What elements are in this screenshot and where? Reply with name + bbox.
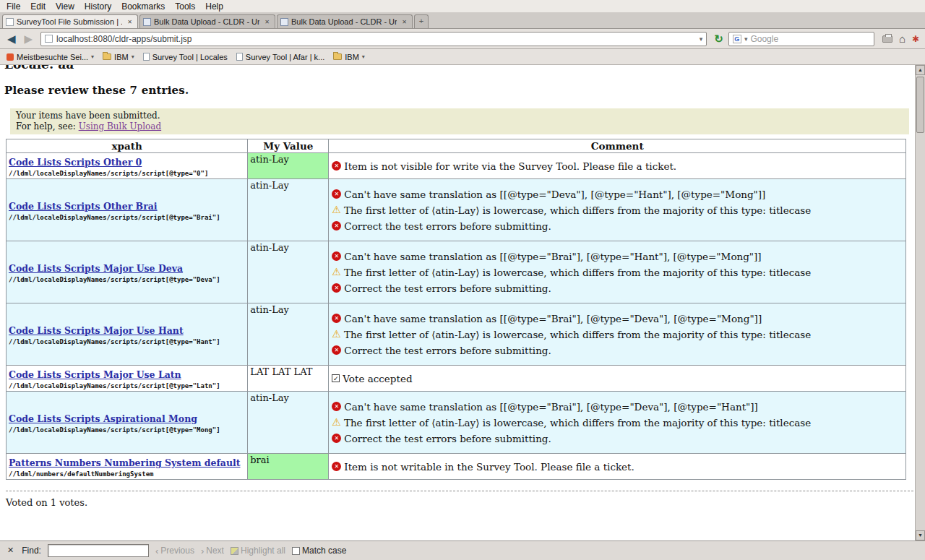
- home-icon[interactable]: ⌂: [899, 33, 905, 44]
- table-row: Code Lists Scripts Other Brai //ldml/loc…: [7, 179, 906, 241]
- dashed-separator: [6, 491, 913, 491]
- tab-title: SurveyTool File Submission | ...: [17, 17, 122, 26]
- find-input[interactable]: [48, 544, 149, 557]
- chevron-down-icon: ▾: [362, 53, 365, 60]
- chevron-down-icon: ▾: [132, 53, 134, 60]
- comment-text: The first letter of ⟨atin-Lay⟩ is lowerc…: [344, 417, 811, 428]
- menu-help[interactable]: Help: [200, 1, 228, 12]
- tab-survey-tool-submission[interactable]: SurveyTool File Submission | ... ✕: [2, 14, 138, 28]
- menu-file[interactable]: File: [1, 1, 25, 12]
- error-icon: ✕: [332, 221, 341, 231]
- url-dropdown-icon[interactable]: ▾: [700, 35, 703, 43]
- xpath-path: //ldml/numbers/defaultNumberingSystem: [9, 470, 245, 478]
- page-icon: [236, 53, 243, 61]
- comment-line: ✕ Item is not visible for write via the …: [332, 160, 903, 172]
- comment-line: ✕ Correct the test errors before submitt…: [332, 283, 903, 294]
- bookmark-most-visited[interactable]: Meistbesuchte Sei... ▾: [3, 51, 98, 63]
- tab-title: Bulk Data Upload - CLDR - Un...: [291, 17, 397, 26]
- match-case-checkbox[interactable]: Match case: [292, 546, 346, 556]
- xpath-link[interactable]: Code Lists Scripts Aspirational Mong: [9, 413, 197, 424]
- comment-text: Item is not writable in the Survey Tool.…: [344, 461, 634, 473]
- highlight-all-button[interactable]: Highlight all: [231, 546, 285, 556]
- forward-button-icon[interactable]: ▶: [22, 33, 36, 44]
- xpath-path: //ldml/localeDisplayNames/scripts/script…: [9, 338, 245, 345]
- vertical-scrollbar[interactable]: ▲ ▼: [915, 65, 925, 540]
- search-bar[interactable]: G ▾ Google: [728, 32, 874, 46]
- comment-text: Can't have same translation as [[@type="…: [344, 401, 757, 413]
- xpath-link[interactable]: Patterns Numbers Numbering System defaul…: [9, 457, 241, 468]
- page-favicon: [6, 18, 14, 26]
- comment-text: Vote accepted: [343, 373, 412, 384]
- error-icon: ✕: [332, 345, 341, 355]
- xpath-link[interactable]: Code Lists Scripts Major Use Deva: [9, 263, 183, 274]
- comment-text: Correct the test errors before submittin…: [344, 433, 551, 444]
- comment-line: ✓ Vote accepted: [332, 373, 903, 384]
- scroll-down-icon[interactable]: ▼: [916, 530, 925, 540]
- reload-icon[interactable]: ↻: [712, 33, 726, 46]
- printer-icon[interactable]: [882, 35, 892, 43]
- menu-bar: File Edit View History Bookmarks Tools H…: [0, 0, 925, 13]
- review-heading: Please review these 7 entries.: [4, 84, 915, 97]
- comment-text: Correct the test errors before submittin…: [344, 283, 551, 294]
- address-bar[interactable]: localhost:8080/cldr-apps/submit.jsp ▾: [40, 32, 707, 46]
- menu-tools[interactable]: Tools: [170, 1, 200, 12]
- comment-text: Item is not visible for write via the Su…: [344, 160, 676, 172]
- tab-close-icon[interactable]: ✕: [125, 17, 134, 27]
- menu-bookmarks[interactable]: Bookmarks: [116, 1, 170, 12]
- close-find-bar-icon[interactable]: ✕: [6, 546, 15, 556]
- search-placeholder[interactable]: Google: [750, 34, 869, 44]
- find-next-button[interactable]: › Next: [201, 546, 224, 556]
- bookmark-folder-ibm-2[interactable]: IBM ▾: [330, 51, 369, 63]
- table-row: Code Lists Scripts Major Use Latn //ldml…: [7, 366, 906, 392]
- xpath-link[interactable]: Code Lists Scripts Other Brai: [9, 201, 158, 212]
- xpath-link[interactable]: Code Lists Scripts Major Use Latn: [9, 369, 181, 380]
- highlighter-icon: [231, 547, 238, 555]
- comment-line: ⚠ The first letter of ⟨atin-Lay⟩ is lowe…: [332, 204, 903, 216]
- xpath-link[interactable]: Code Lists Scripts Other 0: [9, 157, 142, 168]
- bookmark-label: Meistbesuchte Sei...: [17, 53, 88, 61]
- xpath-link[interactable]: Code Lists Scripts Major Use Hant: [9, 325, 184, 336]
- page-icon: [143, 53, 150, 61]
- my-value-cell: atin-Lay: [248, 241, 329, 303]
- comment-text: Correct the test errors before submittin…: [344, 345, 551, 356]
- bookmark-label: Survey Tool | Locales: [152, 53, 228, 61]
- column-header-comment: Comment: [329, 139, 906, 153]
- error-icon: ✕: [332, 434, 341, 443]
- submission-notice: Your items have been submitted. For help…: [10, 108, 909, 134]
- search-engine-dropdown-icon[interactable]: ▾: [744, 35, 748, 43]
- tab-close-icon[interactable]: ✕: [262, 17, 272, 27]
- bookmark-survey-tool-afar[interactable]: Survey Tool | Afar | k...: [233, 51, 328, 63]
- bookmarks-toolbar: Meistbesuchte Sei... ▾ IBM ▾ Survey Tool…: [0, 49, 925, 65]
- column-header-xpath: xpath: [7, 139, 248, 153]
- tab-close-icon[interactable]: ✕: [400, 17, 409, 27]
- toolbar-extra-icons: ⌂ ✱: [882, 33, 921, 44]
- tab-bulk-upload-1[interactable]: Bulk Data Upload - CLDR - Un... ✕: [139, 14, 275, 28]
- table-row: Code Lists Scripts Aspirational Mong //l…: [7, 392, 906, 454]
- menu-history[interactable]: History: [79, 1, 116, 12]
- comment-text: The first letter of ⟨atin-Lay⟩ is lowerc…: [344, 204, 811, 216]
- tab-title: Bulk Data Upload - CLDR - Un...: [154, 17, 259, 26]
- url-text[interactable]: localhost:8080/cldr-apps/submit.jsp: [56, 34, 696, 44]
- scrollbar-thumb[interactable]: [916, 77, 924, 133]
- my-value-cell: atin-Lay: [248, 153, 329, 179]
- bookmark-survey-tool-locales[interactable]: Survey Tool | Locales: [139, 51, 231, 63]
- tab-bulk-upload-2[interactable]: Bulk Data Upload - CLDR - Un... ✕: [277, 14, 413, 28]
- using-bulk-upload-link[interactable]: Using Bulk Upload: [79, 121, 162, 132]
- bookmark-label: IBM: [114, 53, 129, 61]
- xpath-path: //ldml/localeDisplayNames/scripts/script…: [9, 214, 245, 221]
- new-tab-button[interactable]: +: [414, 14, 429, 28]
- survey-tool-page: Locale: aa Please review these 7 entries…: [0, 65, 915, 540]
- scroll-up-icon[interactable]: ▲: [916, 65, 925, 75]
- back-button-icon[interactable]: ◀: [4, 33, 19, 44]
- page-content: Locale: aa Please review these 7 entries…: [0, 65, 925, 540]
- comment-line: ⚠ The first letter of ⟨atin-Lay⟩ is lowe…: [332, 417, 903, 428]
- menu-edit[interactable]: Edit: [25, 1, 51, 12]
- extension-icon[interactable]: ✱: [912, 35, 919, 43]
- find-previous-button[interactable]: ‹ Previous: [155, 546, 194, 556]
- menu-view[interactable]: View: [51, 1, 79, 12]
- comment-line: ⚠ The first letter of ⟨atin-Lay⟩ is lowe…: [332, 329, 903, 340]
- xpath-path: //ldml/localeDisplayNames/scripts/script…: [9, 382, 245, 389]
- comment-line: ✕ Can't have same translation as [[@type…: [332, 189, 903, 200]
- comment-line: ✕ Correct the test errors before submitt…: [332, 345, 903, 356]
- bookmark-folder-ibm-1[interactable]: IBM ▾: [99, 51, 138, 63]
